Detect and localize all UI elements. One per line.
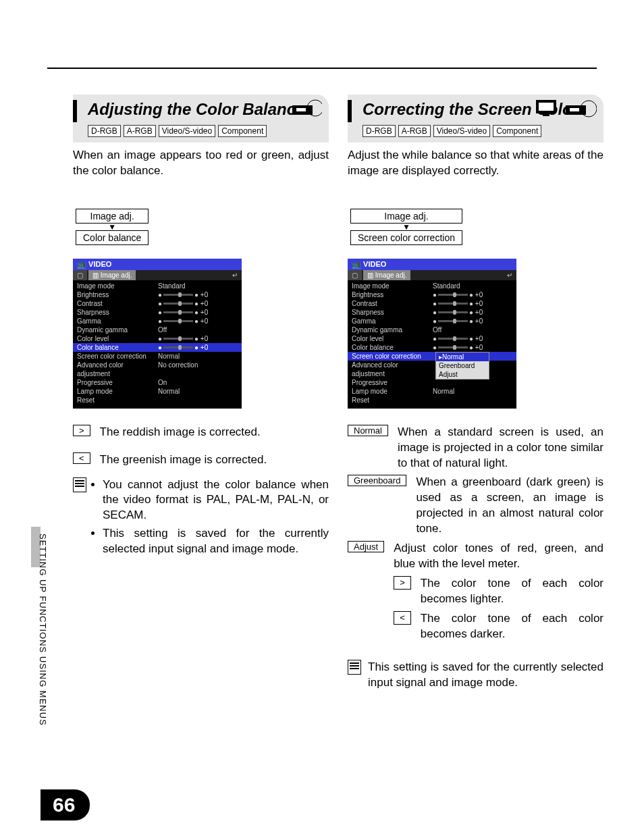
left-column: Adjusting the Color Balance D-RGB A-RGB … [73, 95, 329, 691]
dropdown-options: ▸Normal Greenboard Adjust [435, 352, 489, 380]
menu-row-value: Off [158, 325, 238, 334]
note-text: You cannot adjust the color balance when… [93, 477, 329, 561]
menu-row-value: Normal [433, 387, 512, 396]
menu-row: Gamma●● +0 [348, 317, 516, 325]
menu-row: Sharpness●● +0 [73, 308, 242, 317]
menu-row-value: On [158, 378, 238, 387]
menu-row-label: Gamma [77, 317, 158, 325]
left-intro: When an image appears too red or green, … [73, 148, 329, 179]
menu-tabs: ▢▥ Image adj.↵ [73, 270, 242, 280]
note-icon [73, 477, 86, 492]
menu-row: Lamp modeNormal [73, 387, 242, 396]
menu-row-label: Progressive [352, 378, 433, 387]
option-label: Normal [348, 425, 388, 436]
return-icon: ↵ [503, 271, 516, 279]
note-icon [348, 660, 361, 675]
monitor-projector-icon [535, 99, 597, 119]
option-desc: When a standard screen is used, an image… [398, 425, 603, 471]
left-keys: > The reddish image is corrected. < The … [73, 425, 329, 468]
sub-key-desc: The color tone of each color becomes lig… [421, 576, 603, 607]
svg-rect-8 [570, 108, 579, 111]
menu-row-label: Sharpness [77, 308, 158, 317]
dropdown-option: Adjust [436, 370, 489, 379]
option-label: Greenboard [348, 475, 406, 486]
menu-row-label: Reset [77, 396, 158, 405]
menu-row-value: No correction [158, 361, 238, 378]
menu-row-value: ●● +0 [433, 308, 512, 317]
menu-row-label: Progressive [77, 378, 158, 387]
right-breadcrumb: Image adj. ▼ Screen color correction [350, 209, 462, 245]
menu-banner: 📺 VIDEO [73, 259, 242, 270]
key-row: < The greenish image is corrected. [73, 452, 329, 468]
menu-row: Brightness●● +0 [73, 290, 242, 299]
left-title: Adjusting the Color Balance [78, 100, 323, 120]
left-menu-screenshot: 📺 VIDEO▢▥ Image adj.↵Image modeStandardB… [73, 259, 242, 409]
menu-row-value: Normal [158, 352, 238, 361]
menu-row-value: Normal [158, 387, 238, 396]
menu-row: Contrast●● +0 [348, 299, 516, 308]
badge: D-RGB [88, 125, 121, 137]
projector-icon [290, 99, 322, 118]
menu-row: Sharpness●● +0 [348, 308, 516, 317]
menu-row: Color balance●● +0 [348, 343, 516, 352]
menu-row: Color level●● +0 [348, 334, 516, 343]
menu-row-label: Image mode [352, 282, 433, 290]
sub-key: < [394, 611, 411, 625]
key-desc: The greenish image is corrected. [100, 452, 329, 468]
menu-row: Color balance●● +0 [73, 343, 242, 352]
menu-row-label: Contrast [352, 299, 433, 308]
menu-row-value: Off [433, 325, 512, 334]
option-desc: Adjust color tones of red, green, and bl… [394, 541, 603, 646]
menu-row: Reset [73, 396, 242, 405]
menu-row: Screen color correctionNormal [73, 352, 242, 361]
menu-row-value: ●● +0 [158, 299, 238, 308]
breadcrumb-bottom: Screen color correction [350, 230, 462, 245]
menu-row: Image modeStandard [348, 282, 516, 290]
menu-row: Advanced color adjustmentNo correction [73, 361, 242, 378]
menu-row-value: Standard [158, 282, 238, 290]
right-note: This setting is saved for the currently … [348, 660, 603, 691]
menu-row-label: Screen color correction [77, 352, 158, 361]
option-row: AdjustAdjust color tones of red, green, … [348, 541, 603, 646]
menu-row-value: ●● +0 [158, 334, 238, 343]
menu-row: Progressive [348, 378, 516, 387]
badge: Component [218, 125, 267, 137]
badge: A-RGB [398, 125, 431, 137]
menu-row-label: Brightness [352, 290, 433, 299]
sub-key-row: >The color tone of each color becomes li… [394, 576, 603, 607]
page-number: 66 [41, 789, 90, 820]
menu-row: Gamma●● +0 [73, 317, 242, 325]
menu-row-value: ●● +0 [433, 290, 512, 299]
badge: D-RGB [363, 125, 396, 137]
menu-row-label: Color balance [352, 343, 433, 352]
left-badges: D-RGB A-RGB Video/S-video Component [78, 125, 323, 137]
breadcrumb-bottom: Color balance [76, 230, 149, 245]
menu-row-label: Dynamic gamma [77, 325, 158, 334]
dropdown-option: ▸Normal [436, 353, 489, 361]
note-item: This setting is saved for the currently … [103, 526, 329, 557]
sub-key-desc: The color tone of each color becomes dar… [421, 611, 603, 642]
menu-row-label: Lamp mode [77, 387, 158, 396]
menu-tab: ▢ [73, 270, 87, 280]
menu-row-label: Reset [352, 396, 433, 405]
note-text: This setting is saved for the currently … [368, 660, 603, 691]
menu-row-label: Image mode [77, 282, 158, 290]
left-header: Adjusting the Color Balance D-RGB A-RGB … [73, 95, 329, 142]
menu-row-value: ●● +0 [158, 343, 238, 352]
menu-row: Dynamic gammaOff [348, 325, 516, 334]
menu-tab-active: ▥ Image adj. [88, 270, 136, 280]
breadcrumb-top: Image adj. [76, 209, 149, 224]
sub-key-row: <The color tone of each color becomes da… [394, 611, 603, 642]
menu-row-label: Gamma [352, 317, 433, 325]
key-greater: > [73, 425, 90, 436]
menu-row: Reset [348, 396, 516, 405]
menu-row: Screen color correction▸Normal Greenboar… [348, 352, 516, 361]
menu-row-label: Advanced color adjustment [352, 361, 433, 378]
menu-row: Image modeStandard [73, 282, 242, 290]
menu-row: Dynamic gammaOff [73, 325, 242, 334]
option-row: NormalWhen a standard screen is used, an… [348, 425, 603, 471]
left-note: You cannot adjust the color balance when… [73, 477, 329, 561]
page-top-rule [47, 68, 597, 69]
menu-row: Advanced color adjustment [348, 361, 516, 378]
menu-row-label: Screen color correction [352, 352, 433, 361]
